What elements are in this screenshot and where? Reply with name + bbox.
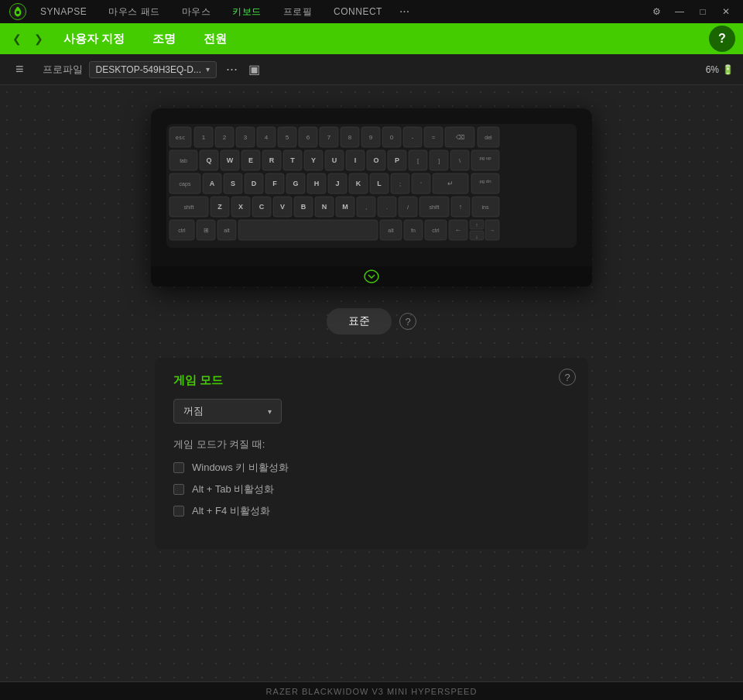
nav-mousepad[interactable]: 마우스 패드 <box>98 0 170 23</box>
game-mode-panel: ? 게임 모드 꺼짐 ▾ 게임 모드가 켜질 때: Windows 키 비활성화… <box>155 358 588 549</box>
mode-bar: 표준 ? <box>327 308 416 335</box>
toolbar: ≡ 프로파일 DESKTOP-549H3EQ-D... ▾ ··· ▣ 6% 🔋 <box>0 54 743 85</box>
svg-text:alt: alt <box>388 228 393 233</box>
svg-text:7: 7 <box>327 134 331 141</box>
svg-text:caps: caps <box>180 181 191 187</box>
alt-tab-checkbox[interactable] <box>173 484 184 495</box>
svg-text:L: L <box>377 180 382 187</box>
storage-icon[interactable]: ▣ <box>244 59 265 80</box>
svg-rect-61 <box>471 150 499 170</box>
tab-lighting[interactable]: 조명 <box>140 27 188 51</box>
settings-button[interactable]: ⚙ <box>645 1 667 22</box>
standard-mode-button[interactable]: 표준 <box>327 308 392 335</box>
nav-synapse[interactable]: SYNAPSE <box>29 0 98 23</box>
maximize-button[interactable]: □ <box>692 1 714 22</box>
svg-text:R: R <box>269 156 275 164</box>
game-mode-when-label: 게임 모드가 켜질 때: <box>173 438 570 451</box>
game-mode-help-button[interactable]: ? <box>559 369 576 386</box>
svg-text:X: X <box>238 203 243 211</box>
svg-text:,: , <box>365 204 367 211</box>
game-mode-dropdown[interactable]: 꺼짐 ▾ <box>173 399 282 424</box>
tab-prev-arrow[interactable]: ❮ <box>8 29 26 48</box>
razer-logo-icon <box>360 269 383 284</box>
nav-keyboard[interactable]: 키보드 <box>221 0 272 23</box>
toolbar-more-button[interactable]: ··· <box>220 58 244 81</box>
window-controls: ⚙ — □ ✕ <box>645 1 737 22</box>
svg-text:K: K <box>356 180 361 187</box>
nav-connect[interactable]: CONNECT <box>323 0 393 23</box>
svg-text:D: D <box>252 180 257 187</box>
svg-text:→: → <box>490 228 495 233</box>
game-mode-option-3: Alt + F4 비활성화 <box>173 504 570 518</box>
svg-text:↓: ↓ <box>475 234 478 239</box>
svg-text:;: ; <box>399 180 401 187</box>
nav-more[interactable]: ··· <box>393 5 416 19</box>
windows-key-checkbox[interactable] <box>173 462 184 473</box>
svg-text:0: 0 <box>390 134 394 141</box>
svg-text:F: F <box>272 180 277 187</box>
keyboard-bottom-bar <box>151 266 592 287</box>
svg-text:3: 3 <box>244 134 248 141</box>
profile-label: 프로파일 <box>43 63 83 77</box>
titlebar: SYNAPSE 마우스 패드 마우스 키보드 프로필 CONNECT ··· ⚙… <box>0 0 743 23</box>
svg-text:esc: esc <box>176 135 186 141</box>
svg-text:↵: ↵ <box>447 180 454 187</box>
svg-text:=: = <box>432 134 436 141</box>
menu-icon[interactable]: ≡ <box>9 58 30 81</box>
svg-text:Q: Q <box>206 156 211 164</box>
svg-text:-: - <box>412 134 414 141</box>
svg-text:tab: tab <box>180 158 187 163</box>
game-mode-title: 게임 모드 <box>173 373 570 388</box>
main-content: esc 1 2 3 4 5 6 7 <box>0 85 743 681</box>
svg-text:A: A <box>210 180 215 187</box>
svg-text:del: del <box>484 135 492 140</box>
statusbar: RAZER BLACKWIDOW V3 MINI HYPERSPEED <box>0 681 743 700</box>
svg-text:E: E <box>248 156 253 164</box>
nav-profile[interactable]: 프로필 <box>272 0 324 23</box>
svg-text:ins: ins <box>482 204 489 210</box>
windows-key-label: Windows 키 비활성화 <box>192 461 289 475</box>
svg-text:shift: shift <box>430 204 440 210</box>
game-mode-dropdown-arrow: ▾ <box>268 407 272 416</box>
game-mode-option-2: Alt + Tab 비활성화 <box>173 482 570 496</box>
svg-text:U: U <box>332 156 337 164</box>
svg-text:.: . <box>386 204 388 211</box>
svg-text:alt: alt <box>224 228 229 233</box>
svg-point-1 <box>16 11 19 14</box>
profile-value: DESKTOP-549H3EQ-D... <box>96 64 202 75</box>
nav-mouse[interactable]: 마우스 <box>171 0 222 23</box>
battery-status: 6% 🔋 <box>706 64 734 75</box>
svg-text:8: 8 <box>348 134 352 141</box>
svg-text:B: B <box>301 203 306 211</box>
svg-text:V: V <box>280 203 285 211</box>
keyboard-wrapper: esc 1 2 3 4 5 6 7 <box>0 85 743 572</box>
svg-text:4: 4 <box>265 134 269 141</box>
svg-text:S: S <box>231 180 235 187</box>
svg-text:⊞: ⊞ <box>204 227 209 234</box>
svg-text:Z: Z <box>217 203 222 211</box>
svg-text:C: C <box>259 203 265 211</box>
alt-f4-checkbox[interactable] <box>173 506 184 516</box>
svg-text:1: 1 <box>202 134 206 141</box>
profile-dropdown[interactable]: DESKTOP-549H3EQ-D... ▾ <box>89 61 217 78</box>
svg-text:P: P <box>395 156 399 164</box>
svg-text:T: T <box>290 156 295 164</box>
svg-text:W: W <box>227 156 234 164</box>
svg-rect-125 <box>238 220 378 240</box>
tab-power[interactable]: 전원 <box>191 27 239 51</box>
mode-help-button[interactable]: ? <box>399 313 416 330</box>
svg-text:5: 5 <box>286 134 289 141</box>
svg-text:]: ] <box>438 157 440 164</box>
tabbar: ❮ ❯ 사용자 지정 조명 전원 ? <box>0 23 743 54</box>
help-button[interactable]: ? <box>709 26 735 52</box>
svg-text:M: M <box>342 203 348 211</box>
keyboard-svg: esc 1 2 3 4 5 6 7 <box>166 124 577 263</box>
svg-text:ctrl: ctrl <box>178 228 186 233</box>
tab-next-arrow[interactable]: ❯ <box>29 29 48 48</box>
alt-f4-label: Alt + F4 비활성화 <box>192 504 270 518</box>
close-button[interactable]: ✕ <box>715 1 737 22</box>
minimize-button[interactable]: — <box>669 1 690 22</box>
svg-text:I: I <box>354 156 357 164</box>
tab-customize[interactable]: 사용자 지정 <box>51 27 137 51</box>
app-logo <box>6 0 29 23</box>
